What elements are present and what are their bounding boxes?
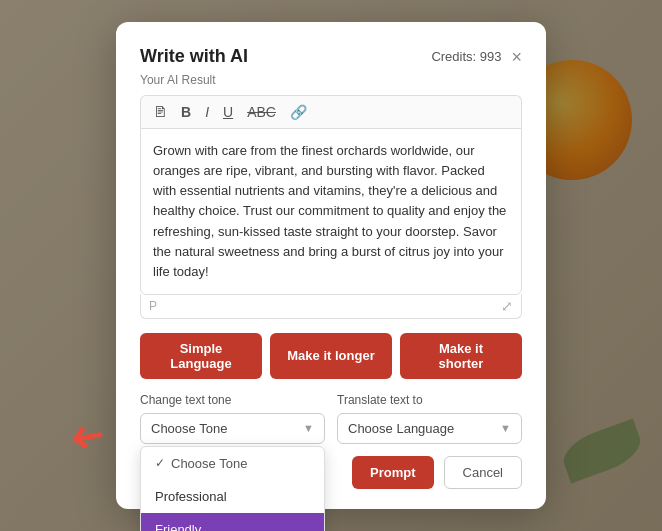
ai-result-text: Grown with care from the finest orchards… <box>140 128 522 295</box>
modal-header: Write with AI Credits: 993 × <box>140 46 522 67</box>
tone-chevron-icon: ▼ <box>303 422 314 434</box>
toolbar-underline-btn[interactable]: U <box>219 102 237 122</box>
modal-subtitle: Your AI Result <box>140 73 522 87</box>
credits-display: Credits: 993 <box>431 49 501 64</box>
write-with-ai-modal: Write with AI Credits: 993 × Your AI Res… <box>116 22 546 509</box>
language-section: Translate text to Choose Language ▼ <box>337 393 522 444</box>
simple-language-button[interactable]: Simple Language <box>140 333 262 379</box>
expand-icon: ⤢ <box>501 298 513 314</box>
tone-item-friendly[interactable]: Friendly <box>141 513 324 531</box>
cancel-button[interactable]: Cancel <box>444 456 522 489</box>
paragraph-indicator: P <box>149 299 157 313</box>
tone-dropdown-button[interactable]: Choose Tone ▼ <box>140 413 325 444</box>
toolbar-bold-btn[interactable]: B <box>177 102 195 122</box>
toolbar-link-btn[interactable]: 🔗 <box>286 102 311 122</box>
modal-title: Write with AI <box>140 46 248 67</box>
checkmark-icon: ✓ <box>155 456 165 470</box>
make-longer-button[interactable]: Make it longer <box>270 333 392 379</box>
language-dropdown-button[interactable]: Choose Language ▼ <box>337 413 522 444</box>
tone-item-label: Professional <box>155 489 227 504</box>
tone-item-professional[interactable]: Professional <box>141 480 324 513</box>
translate-text-to-label: Translate text to <box>337 393 522 407</box>
tone-item-label: Choose Tone <box>171 456 247 471</box>
make-shorter-button[interactable]: Make it shorter <box>400 333 522 379</box>
tone-section: Change text tone ➜ Choose Tone ▼ ✓ Choos… <box>140 393 325 444</box>
language-chevron-icon: ▼ <box>500 422 511 434</box>
change-text-tone-label: Change text tone <box>140 393 325 407</box>
action-buttons-row: Simple Language Make it longer Make it s… <box>140 333 522 379</box>
language-dropdown-label: Choose Language <box>348 421 454 436</box>
tone-dropdown-menu: ✓ Choose Tone Professional Friendly Funn… <box>140 446 325 531</box>
credits-close-group: Credits: 993 × <box>431 48 522 66</box>
prompt-button[interactable]: Prompt <box>352 456 434 489</box>
tone-language-row: Change text tone ➜ Choose Tone ▼ ✓ Choos… <box>140 393 522 444</box>
toolbar-strikethrough-btn[interactable]: ABC <box>243 102 280 122</box>
text-area-footer: P ⤢ <box>140 294 522 319</box>
tone-item-label: Friendly <box>155 522 201 531</box>
toolbar-save-btn[interactable]: 🖹 <box>149 102 171 122</box>
tone-dropdown-label: Choose Tone <box>151 421 227 436</box>
text-toolbar: 🖹 B I U ABC 🔗 <box>140 95 522 128</box>
close-button[interactable]: × <box>511 48 522 66</box>
toolbar-italic-btn[interactable]: I <box>201 102 213 122</box>
tone-item-choose-tone[interactable]: ✓ Choose Tone <box>141 447 324 480</box>
